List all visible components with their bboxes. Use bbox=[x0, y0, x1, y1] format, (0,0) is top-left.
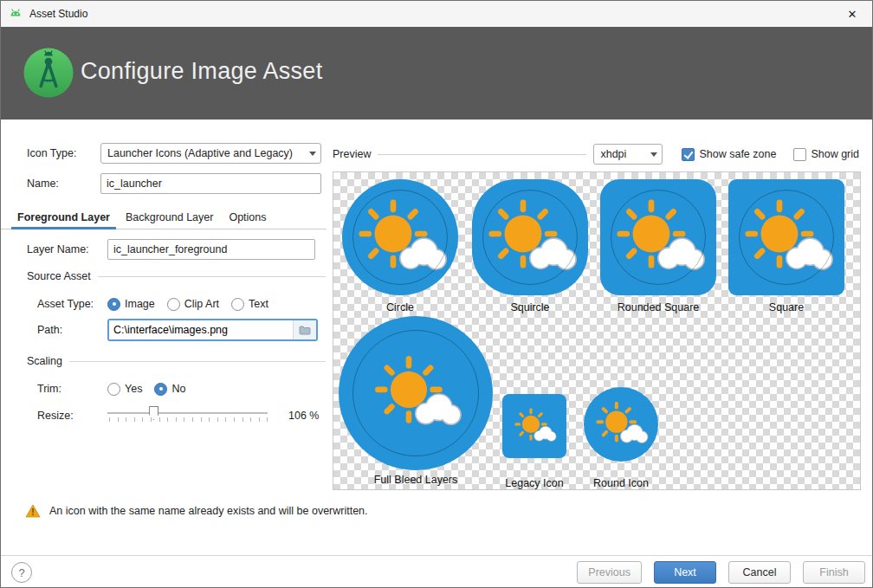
squircle-preview-art bbox=[472, 179, 588, 295]
path-input[interactable] bbox=[109, 320, 293, 339]
radio-trim-yes[interactable] bbox=[107, 383, 120, 396]
source-asset-section-header: Source Asset bbox=[27, 270, 326, 282]
dialog-buttons: Previous Next Cancel Finish bbox=[577, 561, 865, 584]
icon-type-value: Launcher Icons (Adaptive and Legacy) bbox=[101, 147, 305, 159]
show-safe-zone-checkbox[interactable] bbox=[682, 148, 695, 161]
asset-type-option-clipart[interactable]: Clip Art bbox=[167, 298, 219, 311]
scaling-heading: Scaling bbox=[27, 355, 62, 367]
show-grid-checkbox[interactable] bbox=[793, 148, 806, 161]
preview-tile-square: Square bbox=[721, 179, 851, 313]
path-label: Path: bbox=[37, 324, 107, 336]
divider bbox=[98, 276, 326, 277]
warning-row: ! An icon with the same name already exi… bbox=[25, 501, 368, 520]
layer-name-row: Layer Name: bbox=[27, 239, 323, 260]
slider-track bbox=[107, 412, 268, 414]
density-select[interactable]: xhdpi bbox=[593, 144, 663, 165]
path-row: Path: bbox=[37, 319, 323, 341]
page-title: Configure Image Asset bbox=[81, 58, 322, 85]
asset-type-label: Asset Type: bbox=[37, 298, 107, 310]
rounded-square-preview-art bbox=[600, 179, 716, 295]
slider-ticks bbox=[109, 417, 268, 422]
trim-label: Trim: bbox=[37, 383, 107, 395]
divider bbox=[69, 361, 326, 362]
close-button[interactable]: ✕ bbox=[832, 1, 872, 27]
name-input[interactable] bbox=[100, 173, 321, 194]
tile-label: Squircle bbox=[465, 301, 595, 313]
previous-button[interactable]: Previous bbox=[577, 561, 642, 584]
icon-type-label: Icon Type: bbox=[27, 147, 100, 159]
android-studio-logo-icon bbox=[23, 48, 74, 100]
trim-row: Trim: Yes No bbox=[37, 378, 323, 399]
divider bbox=[378, 154, 586, 155]
preview-heading: Preview bbox=[333, 148, 371, 160]
warning-icon: ! bbox=[25, 504, 41, 518]
icon-type-row: Icon Type: Launcher Icons (Adaptive and … bbox=[27, 143, 323, 164]
layer-name-label: Layer Name: bbox=[27, 243, 107, 255]
radio-trim-yes-label: Yes bbox=[125, 383, 142, 395]
finish-button[interactable]: Finish bbox=[803, 561, 865, 584]
name-row: Name: bbox=[27, 173, 323, 194]
tab-options[interactable]: Options bbox=[221, 206, 274, 229]
name-label: Name: bbox=[27, 178, 100, 190]
asset-type-option-text[interactable]: Text bbox=[231, 298, 268, 311]
show-grid-label: Show grid bbox=[811, 148, 859, 160]
warning-text: An icon with the same name already exist… bbox=[49, 505, 368, 517]
tab-foreground-layer[interactable]: Foreground Layer bbox=[10, 206, 118, 229]
preview-tile-rounded-square: Rounded Square bbox=[593, 179, 723, 313]
next-button[interactable]: Next bbox=[654, 561, 716, 584]
tile-label: Circle bbox=[335, 301, 465, 313]
chevron-down-icon bbox=[305, 144, 320, 163]
radio-image-label: Image bbox=[125, 298, 155, 310]
chevron-down-icon bbox=[646, 145, 662, 164]
android-app-icon bbox=[9, 7, 23, 21]
footer-bar: ? Previous Next Cancel Finish bbox=[1, 556, 872, 588]
radio-trim-no[interactable] bbox=[154, 383, 167, 396]
browse-folder-button[interactable] bbox=[293, 320, 316, 339]
circle-preview-art bbox=[342, 179, 458, 295]
path-field-group bbox=[107, 319, 318, 341]
asset-type-row: Asset Type: Image Clip Art Text bbox=[37, 294, 323, 314]
radio-clipart-label: Clip Art bbox=[184, 298, 219, 310]
round-preview-art bbox=[584, 387, 658, 462]
resize-value: 106 % bbox=[288, 410, 319, 422]
resize-slider[interactable] bbox=[107, 404, 268, 427]
trim-option-no[interactable]: No bbox=[154, 383, 185, 396]
tile-label: Square bbox=[721, 301, 851, 313]
density-value: xhdpi bbox=[594, 148, 646, 160]
cancel-button[interactable]: Cancel bbox=[728, 561, 791, 584]
help-button[interactable]: ? bbox=[11, 562, 32, 583]
preview-tile-round: Round Icon bbox=[556, 387, 686, 489]
scaling-section-header: Scaling bbox=[27, 355, 326, 367]
radio-text-label: Text bbox=[249, 298, 268, 310]
trim-option-yes[interactable]: Yes bbox=[107, 383, 142, 396]
resize-label: Resize: bbox=[37, 410, 107, 422]
show-safe-zone-label: Show safe zone bbox=[699, 148, 776, 160]
show-grid-option[interactable]: Show grid bbox=[793, 148, 859, 161]
radio-text[interactable] bbox=[231, 298, 244, 311]
source-asset-heading: Source Asset bbox=[27, 270, 91, 282]
tile-label: Round Icon bbox=[556, 477, 686, 489]
preview-tile-circle: Circle bbox=[335, 179, 465, 313]
asset-type-option-image[interactable]: Image bbox=[107, 298, 155, 311]
show-safe-zone-option[interactable]: Show safe zone bbox=[682, 148, 776, 161]
preview-panel: Circle Squircle Rounded Square Square Fu bbox=[333, 171, 861, 490]
radio-image[interactable] bbox=[107, 298, 120, 311]
layer-tabs: Foreground Layer Background Layer Option… bbox=[1, 206, 327, 229]
svg-text:!: ! bbox=[31, 507, 34, 517]
preview-header: Preview xhdpi Show safe zone Show grid bbox=[333, 143, 861, 165]
asset-studio-window: Asset Studio ✕ bbox=[0, 0, 873, 588]
window-title: Asset Studio bbox=[29, 8, 87, 20]
square-preview-art bbox=[728, 179, 844, 295]
tab-background-layer[interactable]: Background Layer bbox=[118, 206, 221, 229]
resize-row: Resize: 106 % bbox=[37, 404, 332, 427]
wizard-header: Configure Image Asset bbox=[1, 27, 872, 120]
radio-clipart[interactable] bbox=[167, 298, 180, 311]
preview-tile-squircle: Squircle bbox=[465, 179, 595, 313]
tile-label: Rounded Square bbox=[593, 301, 723, 313]
title-bar: Asset Studio ✕ bbox=[1, 1, 872, 27]
layer-name-input[interactable] bbox=[107, 239, 315, 260]
radio-trim-no-label: No bbox=[171, 383, 185, 395]
icon-type-select[interactable]: Launcher Icons (Adaptive and Legacy) bbox=[100, 143, 321, 164]
folder-icon bbox=[299, 326, 311, 335]
